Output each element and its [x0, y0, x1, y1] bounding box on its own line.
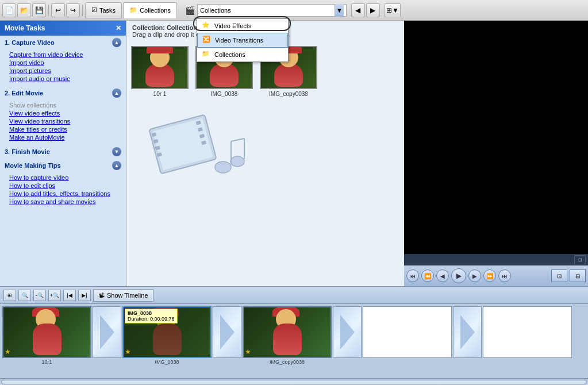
make-titles-link[interactable]: Make titles or credits — [9, 125, 126, 133]
prev-collection-btn[interactable]: ◀ — [351, 3, 365, 17]
clip-item-10r1[interactable]: 10r 1 — [131, 46, 189, 97]
collections-dropdown-text: Collections — [200, 7, 231, 14]
svg-point-11 — [230, 156, 244, 167]
dropdown-item-label-video-transitions: Video Transitions — [215, 37, 263, 44]
storyboard-transition-4[interactable] — [453, 306, 482, 365]
storyboard-transition-2[interactable] — [213, 306, 241, 365]
how-capture-link[interactable]: How to capture video — [9, 174, 126, 182]
collections-bar: 🎬 Collections ▼ ◀ ▶ ⊞▼ — [180, 3, 586, 17]
new-button[interactable]: 📄 — [2, 3, 16, 17]
section-finish-toggle[interactable]: ▼ — [112, 147, 121, 156]
how-save-link[interactable]: How to save and share movies — [9, 198, 126, 206]
storyboard-thumb-white2 — [483, 306, 572, 358]
timeline-icon: 📽 — [98, 292, 105, 299]
sb-person-10r1 — [3, 307, 90, 357]
clip-tooltip: IMG_0038 Duration: 0:00:09,76 — [125, 309, 178, 324]
section-capture-header[interactable]: 1. Capture Video ▲ — [0, 36, 126, 49]
collections-dropdown-icon: 🎬 — [185, 6, 195, 15]
capture-video-device-link[interactable]: Capture from video device — [9, 51, 126, 59]
scrollbar-track[interactable] — [1, 380, 587, 384]
clip-thumb-10r1 — [131, 46, 189, 89]
storyboard-clip-white2[interactable] — [483, 306, 572, 365]
how-edit-link[interactable]: How to edit clips — [9, 182, 126, 190]
dropdown-arrow[interactable]: ▼ — [335, 4, 344, 17]
storyboard-transition-thumb-1 — [93, 306, 121, 358]
preview-rewind-start-btn[interactable]: ⏮ — [406, 270, 419, 282]
transitions-icon: 🔀 — [202, 36, 212, 45]
section-tips-toggle[interactable]: ▲ — [112, 161, 121, 170]
tooltip-duration: Duration: 0:00:09,76 — [128, 316, 175, 322]
section-tips-items: How to capture video How to edit clips H… — [0, 172, 126, 209]
view-video-transitions-link[interactable]: View video transitions — [9, 117, 126, 125]
tab-collections[interactable]: 📁 Collections — [123, 2, 177, 18]
section-edit-toggle[interactable]: ▲ — [112, 88, 121, 98]
sep1 — [48, 5, 49, 16]
dropdown-item-video-effects[interactable]: ⭐ Video Effects — [197, 19, 288, 33]
storyboard-clip-white1[interactable] — [363, 306, 452, 365]
undo-button[interactable]: ↩ — [51, 3, 65, 17]
preview-fwd-btn[interactable]: ⏩ — [483, 270, 496, 282]
section-finish-label: 3. Finish Movie — [5, 148, 50, 155]
show-timeline-label: Show Timeline — [107, 292, 148, 299]
section-tips-header[interactable]: Movie Making Tips ▲ — [0, 159, 126, 172]
preview-fwd-frame-btn[interactable]: ▶ — [468, 270, 481, 282]
storyboard-transition-3[interactable] — [333, 306, 362, 365]
movie-tasks-panel: Movie Tasks ✕ 1. Capture Video ▲ Capture… — [0, 21, 126, 286]
preview-resize-btn[interactable]: ⊡ — [574, 255, 586, 264]
tab-tasks-label: Tasks — [99, 7, 116, 14]
storyboard-transition-1[interactable] — [93, 306, 121, 365]
redo-button[interactable]: ↪ — [66, 3, 80, 17]
preview-rewind-btn[interactable]: ⏪ — [421, 270, 434, 282]
storyboard-label-10r1: 10r1 — [41, 359, 52, 365]
storyboard-zoom-in[interactable]: +🔍 — [48, 290, 61, 301]
open-button[interactable]: 📂 — [17, 3, 31, 17]
main-body: Movie Tasks ✕ 1. Capture Video ▲ Capture… — [0, 21, 588, 385]
section-capture-items: Capture from video device Import video I… — [0, 49, 126, 86]
collections-dropdown[interactable]: Collections ▼ — [197, 4, 347, 17]
preview-back-frame-btn[interactable]: ◀ — [436, 270, 449, 282]
collections-icon: 📁 — [129, 6, 137, 14]
storyboard-controls: ⊞ 🔍 -🔍 +🔍 |◀ ▶| 📽 Show Timeline — [0, 286, 588, 303]
show-collections-link: Show collections — [9, 101, 126, 109]
storyboard-clip-img-copy0038[interactable]: ★ IMG_copy0038 — [243, 306, 332, 365]
section-finish-header[interactable]: 3. Finish Movie ▼ — [0, 145, 126, 159]
storyboard-prev-frame[interactable]: |◀ — [63, 290, 76, 301]
storyboard-zoom-out[interactable]: -🔍 — [33, 290, 46, 301]
dropdown-item-video-transitions[interactable]: 🔀 Video Transitions — [197, 33, 288, 48]
how-titles-link[interactable]: How to add titles, effects, transitions — [9, 190, 126, 198]
storyboard-tool2[interactable]: 🔍 — [18, 290, 31, 301]
view-video-effects-link[interactable]: View video effects — [9, 109, 126, 117]
storyboard-next-frame[interactable]: ▶| — [78, 290, 91, 301]
section-edit-header[interactable]: 2. Edit Movie ▲ — [0, 86, 126, 100]
clip-label-img-copy0038: IMG_copy0038 — [269, 91, 308, 97]
close-panel-button[interactable]: ✕ — [116, 24, 121, 32]
save-button[interactable]: 💾 — [32, 3, 46, 17]
import-audio-link[interactable]: Import audio or music — [9, 75, 126, 83]
preview-split-btn[interactable]: ⊟ — [570, 270, 586, 282]
next-collection-btn[interactable]: ▶ — [366, 3, 380, 17]
tab-tasks[interactable]: ☑ Tasks — [85, 2, 122, 18]
make-automovie-link[interactable]: Make an AutoMovie — [9, 133, 126, 141]
sb-body-10r1 — [33, 324, 62, 355]
sep2 — [82, 5, 83, 16]
import-pictures-link[interactable]: Import pictures — [9, 67, 126, 75]
section-edit-label: 2. Edit Movie — [5, 90, 43, 97]
storyboard-label-img-copy0038: IMG_copy0038 — [270, 359, 305, 365]
view-mode-btn[interactable]: ⊞▼ — [385, 3, 401, 17]
collections-dropdown-menu: ⭐ Video Effects 🔀 Video Transitions 📁 Co… — [197, 18, 289, 62]
section-capture-label: 1. Capture Video — [5, 39, 55, 46]
preview-fullscreen-btn[interactable]: ⊡ — [551, 270, 567, 282]
import-video-link[interactable]: Import video — [9, 59, 126, 67]
storyboard-clip-img0038[interactable]: IMG_0038 Duration: 0:00:09,76 ★ IMG_0038 — [122, 306, 212, 365]
preview-play-btn[interactable]: ▶ — [451, 268, 466, 283]
clip-label-img0038: IMG_0038 — [211, 91, 238, 97]
preview-fwd-end-btn[interactable]: ⏭ — [498, 270, 511, 282]
movie-tasks-header: Movie Tasks ✕ — [0, 21, 126, 36]
star-icon-img0038: ★ — [125, 348, 131, 356]
storyboard-thumb-white1 — [363, 306, 452, 358]
storyboard-tool1[interactable]: ⊞ — [3, 290, 16, 301]
section-capture-toggle[interactable]: ▲ — [112, 38, 121, 47]
show-timeline-button[interactable]: 📽 Show Timeline — [93, 289, 153, 302]
dropdown-item-collections[interactable]: 📁 Collections — [197, 48, 288, 61]
storyboard-clip-10r1[interactable]: ★ 10r1 — [2, 306, 91, 365]
